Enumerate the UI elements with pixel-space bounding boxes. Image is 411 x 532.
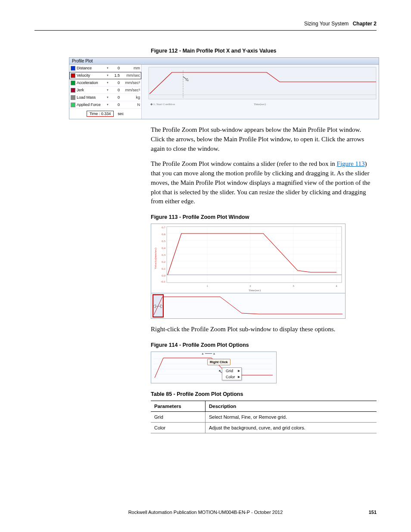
main-profile-plot[interactable]: ◆ 1: Start Condition Time(sec): [142, 65, 379, 119]
svg-text:0.3: 0.3: [162, 253, 165, 257]
figure-114-caption: Figure 114 - Profile Zoom Plot Options: [151, 342, 377, 348]
time-value: 0.334: [101, 112, 111, 116]
svg-text:0.1: 0.1: [162, 267, 165, 271]
svg-text:-0.1: -0.1: [161, 280, 166, 283]
legend-row-velocity[interactable]: Velocity▾1.5mm/sec: [69, 72, 141, 79]
table-85-caption: Table 85 - Profile Zoom Plot Options: [151, 391, 377, 397]
figure-113-caption: Figure 113 - Profile Zoom Plot Window: [151, 214, 377, 220]
figure-113: 0.7 0.6 0.5 0.4 0.3 0.2 0.1 0.0 -0.1 1 2…: [151, 224, 346, 319]
legend-swatch: [71, 88, 75, 93]
figure-112: Profile Plot Distance▾0mmVelocity▾1.5mm/…: [69, 57, 379, 119]
paragraph-1: The Profile Zoom Plot sub-window appears…: [151, 125, 377, 153]
time-unit: sec: [118, 112, 124, 116]
x-annot-left: ◆ 1: Start Condition: [150, 103, 175, 106]
legend-row-applied-force[interactable]: Applied Force▾0N: [69, 101, 141, 109]
menu-item-grid[interactable]: Grid▶: [222, 368, 241, 374]
table-header-description: Description: [206, 401, 377, 411]
svg-text:3: 3: [293, 284, 294, 288]
paragraph-2: The Profile Zoom Plot window contains a …: [151, 159, 377, 206]
legend-unit: mm/sec²: [120, 81, 140, 85]
submenu-arrow-icon: ▶: [238, 369, 240, 373]
legend-value: 0: [110, 81, 120, 85]
zoom-plot-overview[interactable]: [151, 293, 345, 318]
svg-text:0.6: 0.6: [162, 233, 165, 236]
time-readout: Time : 0.334 sec: [69, 109, 141, 119]
footer-publication: Rockwell Automation Publication MOTION-U…: [128, 510, 283, 515]
legend-value: 0: [110, 95, 120, 100]
svg-text:4: 4: [336, 284, 337, 288]
table-row: Color Adjust the background, curve, and …: [151, 422, 377, 433]
legend-name: Applied Force: [77, 103, 107, 107]
table-85: Parameters Description Grid Select Norma…: [151, 401, 377, 433]
svg-text:0.2: 0.2: [162, 260, 165, 264]
legend-name: Velocity: [77, 73, 107, 78]
svg-text:0.5: 0.5: [162, 240, 165, 243]
svg-text:0.7: 0.7: [162, 226, 165, 229]
svg-rect-0: [149, 67, 376, 99]
figure-112-caption: Figure 112 - Main Profile Plot X and Y-a…: [151, 48, 377, 54]
context-menu: Grid▶ Color▶: [222, 367, 242, 380]
table-header-parameters: Parameters: [151, 401, 206, 411]
figure-114[interactable]: ▲ ━━━━ ▲ Right Click ↖ Grid▶ Color▶: [151, 352, 277, 383]
page-footer: Rockwell Automation Publication MOTION-U…: [34, 510, 377, 515]
x-annot-right: Time(sec): [254, 103, 266, 106]
page-number: 151: [369, 510, 377, 515]
legend-name: Distance: [77, 66, 107, 70]
legend-name: Jerk: [77, 88, 107, 92]
legend-unit: mm/sec³: [120, 88, 140, 92]
menu-item-color[interactable]: Color▶: [222, 374, 241, 380]
xlabel: Time(sec): [249, 289, 261, 292]
legend-name: Load Mass: [77, 95, 107, 100]
paragraph-3: Right-click the Profile Zoom Plot sub-wi…: [151, 325, 377, 334]
dropdown-icon[interactable]: ▾: [107, 96, 110, 99]
profile-plot-titlebar: Profile Plot: [69, 57, 379, 65]
svg-rect-3: [167, 227, 342, 283]
legend-panel: Distance▾0mmVelocity▾1.5mm/secAccelerati…: [69, 65, 142, 119]
header-section: Sizing Your System: [304, 21, 349, 27]
dropdown-icon[interactable]: ▾: [107, 66, 110, 70]
header-chapter: Chapter 2: [353, 21, 377, 27]
legend-row-load-mass[interactable]: Load Mass▾0kg: [69, 94, 141, 101]
legend-unit: mm: [120, 66, 140, 70]
svg-text:0.0: 0.0: [162, 274, 165, 277]
svg-text:0.4: 0.4: [162, 246, 165, 250]
svg-text:2: 2: [249, 284, 251, 288]
legend-value: 0: [110, 66, 120, 70]
legend-unit: mm/sec: [120, 73, 140, 78]
legend-swatch: [71, 103, 75, 107]
legend-row-distance[interactable]: Distance▾0mm: [69, 65, 141, 72]
legend-swatch: [71, 73, 75, 78]
table-row: Grid Select Normal, Fine, or Remove grid…: [151, 411, 377, 422]
submenu-arrow-icon: ▶: [238, 375, 240, 379]
dropdown-icon[interactable]: ▾: [107, 74, 110, 77]
right-click-balloon: Right Click: [207, 359, 230, 365]
page-header: Sizing Your System Chapter 2: [34, 21, 377, 31]
dropdown-icon[interactable]: ▾: [107, 81, 110, 84]
dropdown-icon[interactable]: ▾: [107, 88, 110, 92]
ylabel: Velocity(mm/sec): [154, 247, 157, 269]
dropdown-icon[interactable]: ▾: [107, 103, 110, 106]
legend-name: Acceleration: [77, 81, 107, 85]
svg-text:1: 1: [206, 284, 208, 288]
zoom-slider-highlight: [153, 294, 164, 317]
legend-swatch: [71, 66, 75, 71]
legend-swatch: [71, 81, 75, 85]
figure-113-link[interactable]: Figure 113: [337, 160, 365, 167]
legend-unit: N: [120, 103, 140, 107]
legend-row-acceleration[interactable]: Acceleration▾0mm/sec²: [69, 79, 141, 87]
legend-row-jerk[interactable]: Jerk▾0mm/sec³: [69, 87, 141, 94]
legend-unit: kg: [120, 95, 140, 100]
legend-value: 0: [110, 103, 120, 107]
legend-value: 1.5: [110, 73, 120, 78]
collapse-handle-icon[interactable]: ▲ ━━━━ ▲: [201, 352, 215, 355]
legend-value: 0: [110, 88, 120, 92]
legend-swatch: [71, 95, 75, 100]
time-label: Time :: [90, 112, 100, 116]
zoom-plot-main[interactable]: 0.7 0.6 0.5 0.4 0.3 0.2 0.1 0.0 -0.1 1 2…: [151, 224, 345, 293]
